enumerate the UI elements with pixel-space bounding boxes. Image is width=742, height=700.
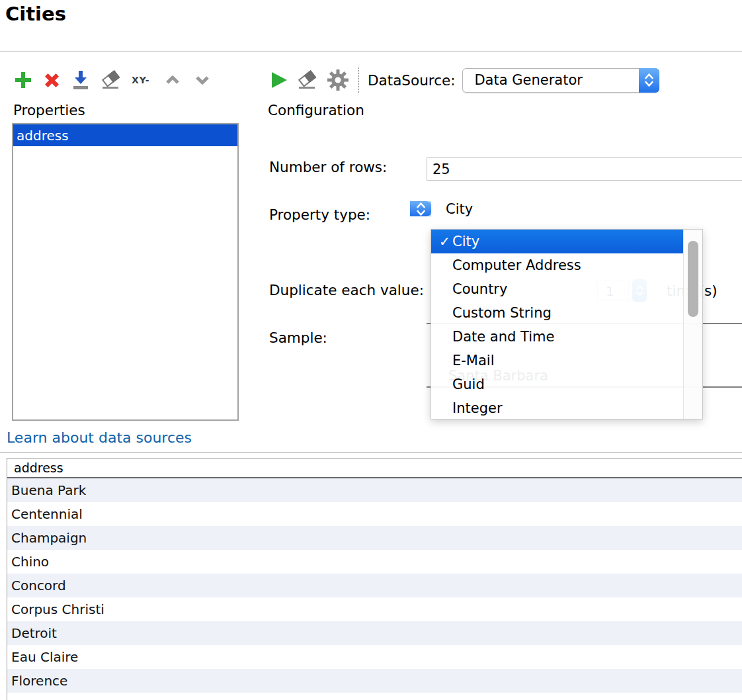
property-type-label: Property type: [269,206,370,223]
table-row[interactable]: Champaign [7,526,742,550]
table-row[interactable]: Florence [7,669,742,693]
menu-item-custom-string[interactable]: Custom String [431,301,684,325]
sample-label: Sample: [269,329,327,346]
properties-heading: Properties [13,102,85,118]
import-arrow-icon [71,69,91,91]
menu-item-guid[interactable]: Guid [431,372,684,396]
eraser-icon [99,69,123,91]
column-header-address: address [7,460,63,475]
results-table-body: Buena ParkCentennialChampaignChinoConcor… [7,478,742,693]
menu-item-city[interactable]: ✓City [431,230,684,253]
property-type-dropdown-value: City [446,202,473,215]
menu-item-integer[interactable]: Integer [431,396,684,420]
properties-listbox[interactable]: address [12,123,239,421]
move-up-button[interactable] [165,75,180,85]
learn-data-sources-link[interactable]: Learn about data sources [7,429,192,446]
results-table: address Buena ParkCentennialChampaignChi… [7,458,742,700]
table-row[interactable]: Centennial [7,502,742,526]
list-item-address[interactable]: address [13,124,237,146]
properties-toolbar: XY- [13,67,210,93]
chevron-down-icon [195,75,210,85]
eraser-icon [296,69,319,91]
move-down-button[interactable] [195,75,210,85]
table-row[interactable]: Detroit [7,621,742,645]
app-window: Cities [0,0,742,700]
settings-button[interactable] [327,69,349,91]
scrollbar-thumb[interactable] [688,241,698,317]
chevron-up-icon [165,75,180,85]
number-of-rows-input[interactable] [427,157,742,181]
table-row[interactable]: Corpus Christi [7,597,742,621]
menu-item-label: E-Mail [452,353,495,369]
table-row[interactable]: Buena Park [7,478,742,502]
table-cell-address: Eau Claire [7,649,78,665]
toolbar-separator [358,67,359,93]
updown-stepper-icon [410,201,431,216]
gear-icon [327,69,349,91]
number-of-rows-label: Number of rows: [269,159,387,175]
menu-item-computer-address[interactable]: Computer Address [431,253,684,277]
header-divider [0,51,742,52]
plus-icon [13,70,33,90]
menu-item-label: Guid [452,376,485,392]
page-title: Cities [5,3,66,25]
menu-item-label: Date and Time [452,329,554,345]
menu-item-label: Integer [452,400,503,416]
play-icon [270,70,288,90]
property-type-dropdown[interactable]: City [429,201,431,216]
table-cell-address: Champaign [7,530,87,546]
menu-item-label: Computer Address [452,257,581,273]
checkmark-icon: ✓ [431,234,452,249]
import-properties-button[interactable] [71,69,91,91]
table-cell-address: Buena Park [7,482,86,498]
clear-results-button[interactable] [296,69,319,91]
run-button[interactable] [270,70,288,90]
menu-scrollbar[interactable] [683,230,702,419]
property-type-menu-items: ✓CityComputer AddressCountryCustom Strin… [431,230,684,419]
table-row[interactable]: Concord [7,574,742,597]
table-cell-address: Centennial [7,506,83,522]
datasource-dropdown-value: Data Generator [474,69,582,92]
table-row[interactable]: Chino [7,550,742,574]
menu-item-e-mail[interactable]: E-Mail [431,349,684,372]
results-table-header[interactable]: address [7,459,742,478]
menu-item-label: City [452,234,479,249]
property-type-menu: ✓CityComputer AddressCountryCustom Strin… [431,229,703,419]
clear-properties-button[interactable] [99,69,123,91]
datasource-label: DataSource: [368,72,455,89]
table-cell-address: Chino [7,554,49,570]
table-cell-address: Florence [7,673,67,689]
duplicate-label: Duplicate each value: [269,282,424,298]
table-divider [0,452,742,453]
table-cell-address: Concord [7,578,66,593]
configuration-heading: Configuration [268,102,364,118]
x-icon [42,70,62,90]
xy-rename-button[interactable]: XY- [132,75,150,85]
delete-property-button[interactable] [42,70,62,90]
table-row[interactable]: Eau Claire [7,645,742,669]
updown-stepper-icon [639,68,659,93]
add-property-button[interactable] [13,70,33,90]
menu-item-label: Custom String [452,305,552,321]
datasource-dropdown[interactable]: Data Generator [462,68,659,93]
menu-item-date-and-time[interactable]: Date and Time [431,325,684,349]
menu-item-country[interactable]: Country [431,277,684,301]
table-cell-address: Corpus Christi [7,601,104,617]
datasource-toolbar: DataSource: Data Generator [270,67,659,93]
menu-item-label: Country [452,281,507,297]
table-cell-address: Detroit [7,625,57,641]
